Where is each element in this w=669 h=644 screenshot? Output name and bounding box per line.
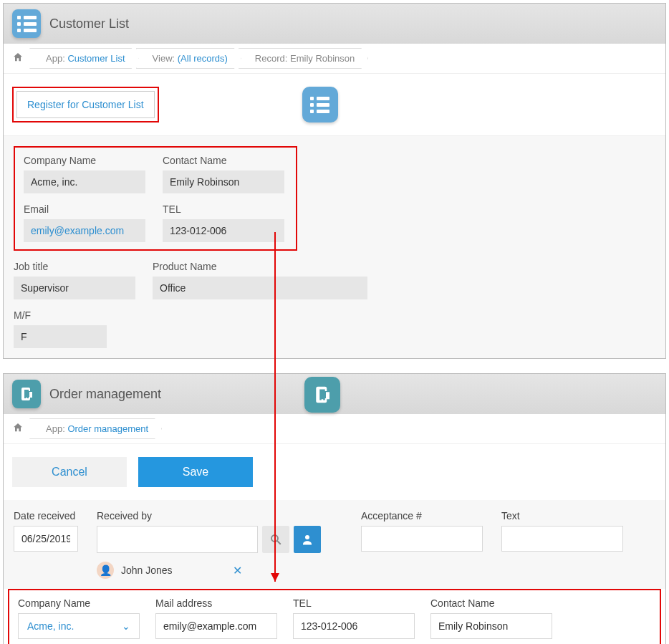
product-name-value: Office [153, 277, 367, 299]
mapped-tel-label: TEL [293, 597, 415, 609]
person-picker-icon[interactable] [294, 526, 321, 553]
acceptance-input[interactable] [361, 526, 483, 552]
svg-point-2 [305, 535, 309, 539]
home-icon[interactable] [12, 52, 24, 66]
breadcrumb-app[interactable]: App: Customer List [29, 48, 139, 69]
toolbar: Register for Customer List [4, 74, 665, 136]
mf-field: M/F F [14, 309, 107, 348]
register-highlight: Register for Customer List [12, 87, 159, 122]
action-buttons: Cancel Save [4, 444, 665, 500]
mail-input[interactable] [155, 613, 277, 639]
contact-name-value: Emily Robinson [163, 170, 284, 193]
list-icon-large [302, 87, 338, 122]
mapped-company-name-field: Company Name Acme, inc. ⌄ [18, 597, 140, 639]
acceptance-field: Acceptance # [361, 510, 483, 552]
email-field: Email emily@example.com [24, 203, 145, 242]
chevron-down-icon: ⌄ [122, 620, 130, 632]
tel-label: TEL [163, 203, 284, 215]
phone-icon [12, 380, 41, 408]
product-name-label: Product Name [153, 261, 367, 272]
received-by-label: Received by [97, 510, 321, 522]
job-title-value: Supervisor [14, 277, 135, 299]
breadcrumb: App: Customer List View: (All records) R… [4, 44, 665, 74]
order-panel: Order management App: Order management C… [3, 373, 666, 644]
cancel-button[interactable]: Cancel [12, 457, 127, 487]
date-received-label: Date received [14, 510, 78, 522]
mapped-mail-field: Mail address [155, 597, 277, 639]
text-input[interactable] [501, 526, 623, 552]
mapped-company-name-label: Company Name [18, 597, 140, 609]
order-header: Order management [4, 374, 665, 414]
received-by-field: Received by 👤 John Jones ✕ [97, 510, 321, 579]
customer-form: Company Name Acme, inc. Contact Name Emi… [4, 136, 665, 358]
job-title-field: Job title Supervisor [14, 261, 135, 299]
contact-name-label: Contact Name [163, 155, 284, 166]
received-by-input[interactable] [97, 526, 258, 553]
phone-icon-large [304, 377, 340, 413]
avatar-icon: 👤 [97, 562, 114, 579]
mf-label: M/F [14, 309, 107, 321]
customer-header: Customer List [4, 4, 665, 44]
register-button[interactable]: Register for Customer List [16, 91, 155, 118]
tel-field: TEL 123-012-006 [163, 203, 284, 242]
mapped-contact-name-label: Contact Name [430, 597, 552, 609]
company-name-field: Company Name Acme, inc. [24, 155, 145, 193]
save-button[interactable]: Save [138, 457, 253, 487]
order-form: Date received Received by [4, 500, 665, 589]
list-icon [12, 9, 41, 38]
page-title: Customer List [49, 16, 129, 32]
contact-name-input[interactable] [430, 613, 552, 639]
email-value[interactable]: emily@example.com [24, 219, 145, 242]
mapped-contact-name-field: Contact Name [430, 597, 552, 639]
order-title: Order management [49, 387, 161, 402]
breadcrumb-record: Record: Emily Robinson [239, 48, 368, 69]
mapped-tel-field: TEL [293, 597, 415, 639]
date-received-input[interactable] [14, 526, 78, 552]
search-icon[interactable] [262, 526, 289, 553]
received-by-name: John Jones [121, 564, 173, 576]
product-name-field: Product Name Office [153, 261, 367, 299]
breadcrumb-app[interactable]: App: Order management [29, 418, 162, 439]
mf-value: F [14, 325, 107, 348]
source-fields-highlight: Company Name Acme, inc. Contact Name Emi… [14, 146, 297, 251]
mapped-fields-highlight: Company Name Acme, inc. ⌄ Mail address T… [8, 589, 661, 644]
svg-line-1 [277, 541, 281, 544]
company-name-lookup[interactable]: Acme, inc. ⌄ [18, 613, 140, 639]
order-breadcrumb: App: Order management [4, 414, 665, 444]
text-label: Text [501, 510, 623, 522]
contact-name-field: Contact Name Emily Robinson [163, 155, 284, 193]
date-received-field: Date received [14, 510, 78, 552]
acceptance-label: Acceptance # [361, 510, 483, 522]
job-title-label: Job title [14, 261, 135, 272]
remove-person-icon[interactable]: ✕ [233, 564, 242, 577]
email-label: Email [24, 203, 145, 215]
tel-input[interactable] [293, 613, 415, 639]
company-name-label: Company Name [24, 155, 145, 166]
text-field: Text [501, 510, 623, 552]
received-by-chip: 👤 John Jones ✕ [97, 557, 321, 579]
mapped-mail-label: Mail address [155, 597, 277, 609]
customer-list-panel: Customer List App: Customer List View: (… [3, 3, 666, 359]
company-name-value: Acme, inc. [24, 170, 145, 193]
home-icon[interactable] [12, 422, 24, 436]
svg-point-0 [271, 535, 278, 542]
tel-value: 123-012-006 [163, 219, 284, 242]
breadcrumb-view[interactable]: View: (All records) [136, 48, 241, 69]
